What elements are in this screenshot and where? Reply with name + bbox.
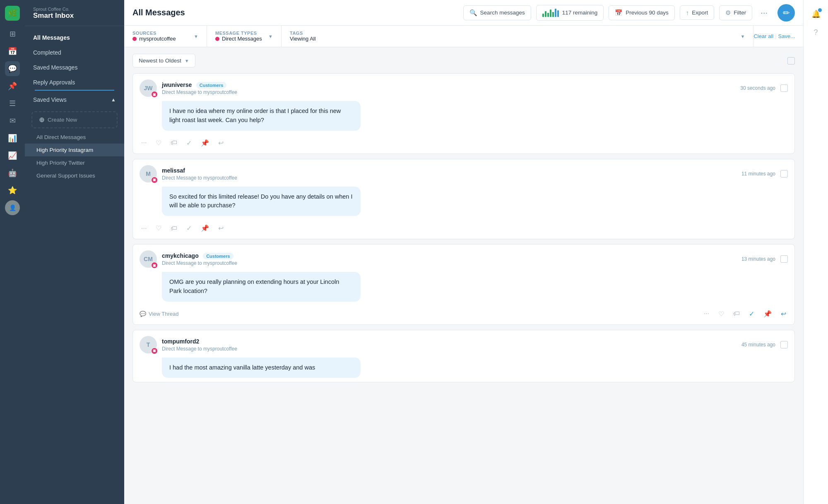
pin-action-3[interactable]: 📌 bbox=[762, 308, 773, 319]
saved-view-general-support[interactable]: General Support Issues bbox=[25, 169, 124, 182]
all-messages-label: All Messages bbox=[33, 34, 70, 41]
icon-rail: 🌿 ⊞ 📅 💬 📌 ☰ ✉ 📊 📈 🤖 ⭐ 👤 bbox=[0, 0, 25, 504]
like-action-3[interactable]: ♡ bbox=[717, 308, 726, 319]
search-icon: 🔍 bbox=[469, 9, 477, 17]
tags-label: Tags bbox=[290, 31, 316, 36]
avatar-3: CM ▣ bbox=[140, 250, 157, 268]
sidebar-item-completed[interactable]: Completed bbox=[25, 45, 124, 60]
reply-action-2[interactable]: ↩ bbox=[217, 223, 225, 234]
saved-view-all-direct-messages[interactable]: All Direct Messages bbox=[25, 131, 124, 144]
right-notification-icon[interactable]: 🔔 bbox=[809, 7, 823, 22]
clear-all-link[interactable]: Clear all bbox=[753, 33, 773, 39]
create-new-button[interactable]: ⊕ Create New bbox=[31, 111, 118, 128]
rail-icon-star[interactable]: ⭐ bbox=[5, 183, 20, 198]
sources-label: Sources bbox=[132, 31, 176, 36]
sources-value: mysproutcoffee bbox=[132, 36, 176, 42]
check-action-2[interactable]: ✓ bbox=[185, 223, 193, 234]
pin-action-2[interactable]: 📌 bbox=[199, 223, 211, 234]
sidebar-brand: Sprout Coffee Co. Smart Inbox bbox=[25, 0, 124, 26]
like-action-2[interactable]: ♡ bbox=[154, 223, 163, 234]
username-row-3: cmykchicago Customers bbox=[162, 252, 737, 259]
logo-icon[interactable]: 🌿 bbox=[5, 6, 20, 21]
msg-sub-2: Direct Message to mysproutcoffee bbox=[162, 175, 737, 181]
tag-action-3[interactable]: 🏷 bbox=[732, 308, 741, 319]
tag-action-2[interactable]: 🏷 bbox=[169, 223, 179, 234]
view-thread-label: View Thread bbox=[149, 311, 179, 317]
sort-dropdown[interactable]: Newest to Oldest ▼ bbox=[132, 54, 195, 67]
compose-button[interactable]: ✏ bbox=[777, 4, 795, 22]
filter-button[interactable]: ⚙ Filter bbox=[719, 5, 752, 20]
more-action-2[interactable]: ··· bbox=[140, 223, 148, 234]
sources-content: Sources mysproutcoffee bbox=[132, 31, 176, 42]
search-button[interactable]: 🔍 Search messages bbox=[463, 5, 531, 20]
view-thread-button[interactable]: 💬 View Thread bbox=[140, 311, 179, 317]
message-header-1: JW ▣ jwuniverse Customers Direct Message… bbox=[133, 74, 794, 101]
saved-view-high-priority-twitter[interactable]: High Priority Twitter bbox=[25, 156, 124, 169]
msg-sub-3: Direct Message to mysproutcoffee bbox=[162, 260, 737, 266]
tags-value: Viewing All bbox=[290, 36, 316, 42]
sort-bar: Newest to Oldest ▼ bbox=[132, 54, 795, 67]
more-button[interactable]: ··· bbox=[757, 6, 771, 19]
msg-checkbox-4[interactable] bbox=[780, 341, 788, 348]
filter-divider: | bbox=[775, 33, 776, 39]
rail-icon-bot[interactable]: 🤖 bbox=[5, 166, 20, 180]
rail-icon-calendar[interactable]: 📅 bbox=[5, 44, 20, 59]
rail-icon-home[interactable]: ⊞ bbox=[5, 26, 20, 41]
msg-checkbox-1[interactable] bbox=[780, 84, 788, 92]
export-button[interactable]: ↑ Export bbox=[680, 5, 715, 20]
tags-filter[interactable]: Tags Viewing All ▼ bbox=[282, 26, 753, 47]
reply-action-1[interactable]: ↩ bbox=[217, 137, 225, 149]
period-label: Previous 90 days bbox=[626, 10, 669, 16]
saved-views-section[interactable]: Saved Views ▲ bbox=[25, 92, 124, 107]
msg-meta-1: jwuniverse Customers Direct Message to m… bbox=[162, 81, 735, 95]
sort-value: Newest to Oldest bbox=[139, 58, 181, 64]
remaining-button[interactable]: 117 remaining bbox=[536, 5, 604, 21]
message-card-4: T ▣ tompumford2 Direct Message to myspro… bbox=[132, 330, 795, 383]
saved-view-label-3: General Support Issues bbox=[36, 173, 95, 179]
msg-time-4: 45 minutes ago bbox=[741, 342, 775, 348]
msg-bubble-3: OMG are you really planning on extending… bbox=[162, 272, 361, 302]
msg-bubble-4: I had the most amazing vanilla latte yes… bbox=[162, 358, 361, 378]
saved-view-label-2: High Priority Twitter bbox=[36, 160, 85, 166]
pin-action-1[interactable]: 📌 bbox=[199, 137, 211, 149]
rail-icon-chart[interactable]: 📈 bbox=[5, 148, 20, 163]
completed-label: Completed bbox=[33, 49, 61, 56]
right-help-icon[interactable]: ? bbox=[809, 25, 823, 40]
more-action-3[interactable]: ··· bbox=[702, 308, 711, 319]
reply-action-3[interactable]: ↩ bbox=[779, 308, 788, 319]
period-button[interactable]: 📅 Previous 90 days bbox=[609, 5, 675, 20]
like-action-1[interactable]: ♡ bbox=[154, 137, 163, 149]
avatar-4: T ▣ bbox=[140, 336, 157, 353]
more-action-1[interactable]: ··· bbox=[140, 137, 148, 148]
msg-actions-3: 💬 View Thread ··· ♡ 🏷 ✓ 📌 ↩ bbox=[133, 306, 794, 324]
remaining-label: 117 remaining bbox=[562, 10, 598, 16]
sidebar-item-saved-messages[interactable]: Saved Messages bbox=[25, 60, 124, 75]
messages-area: Newest to Oldest ▼ JW ▣ jwuniverse Custo… bbox=[124, 47, 803, 504]
bar-chart-icon bbox=[542, 9, 559, 17]
user-avatar[interactable]: 👤 bbox=[5, 200, 20, 215]
sidebar-item-reply-approvals[interactable]: Reply Approvals bbox=[25, 75, 124, 90]
sidebar-item-all-messages[interactable]: All Messages bbox=[25, 30, 124, 45]
saved-view-label-1: High Priority Instagram bbox=[36, 147, 93, 153]
rail-icon-send[interactable]: ✉ bbox=[5, 113, 20, 128]
rail-icon-analytics[interactable]: 📊 bbox=[5, 131, 20, 146]
select-all-checkbox[interactable] bbox=[787, 57, 795, 65]
check-action-1[interactable]: ✓ bbox=[185, 137, 193, 149]
rail-icon-pin[interactable]: 📌 bbox=[5, 79, 20, 94]
check-action-3[interactable]: ✓ bbox=[747, 308, 756, 319]
sources-filter[interactable]: Sources mysproutcoffee ▼ bbox=[132, 26, 207, 47]
saved-view-high-priority-instagram[interactable]: High Priority Instagram bbox=[25, 144, 124, 156]
filter-icon: ⚙ bbox=[725, 9, 731, 17]
message-types-value: Direct Messages bbox=[215, 36, 262, 42]
company-name: Sprout Coffee Co. bbox=[33, 7, 116, 12]
rail-icon-list[interactable]: ☰ bbox=[5, 96, 20, 111]
platform-icon-1: ▣ bbox=[151, 91, 158, 98]
msg-actions-2: ··· ♡ 🏷 ✓ 📌 ↩ bbox=[133, 220, 794, 239]
rail-icon-inbox[interactable]: 💬 bbox=[5, 61, 20, 76]
message-types-label: Message Types bbox=[215, 31, 262, 36]
tag-action-1[interactable]: 🏷 bbox=[169, 137, 179, 148]
msg-checkbox-3[interactable] bbox=[780, 255, 788, 263]
message-types-filter[interactable]: Message Types Direct Messages ▼ bbox=[207, 26, 282, 47]
msg-checkbox-2[interactable] bbox=[780, 170, 788, 178]
save-link[interactable]: Save... bbox=[778, 33, 795, 39]
